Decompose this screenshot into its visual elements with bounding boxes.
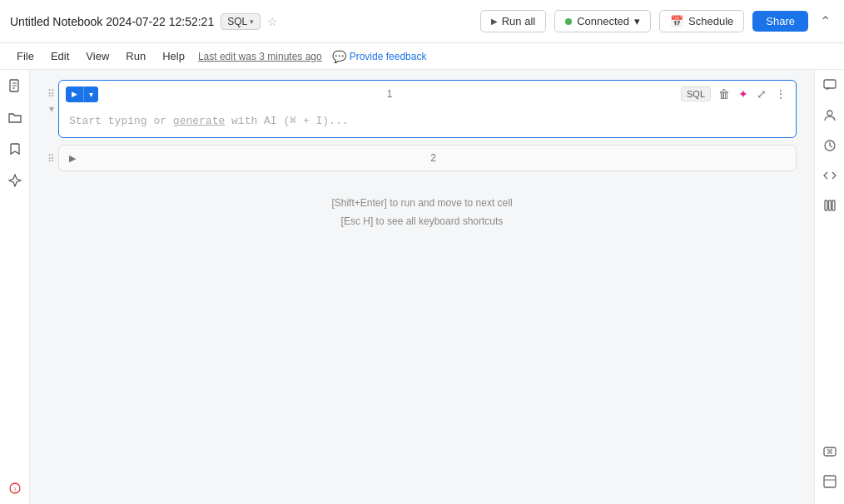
cell-2-number: 2 <box>81 152 786 164</box>
right-icon-library[interactable] <box>821 196 839 215</box>
cell-expand-button[interactable]: ⤢ <box>754 86 769 102</box>
schedule-button[interactable]: 📅 Schedule <box>659 10 744 32</box>
cell-1-number: 1 <box>103 88 676 100</box>
share-button[interactable]: Share <box>752 11 808 32</box>
cell-container: ⠿ ▾ ▶ ▾ 1 SQL <box>31 80 813 247</box>
run-btn-dropdown[interactable]: ▾ <box>84 86 98 102</box>
run-all-button[interactable]: ▶ Run all <box>480 10 546 32</box>
menu-file[interactable]: File <box>10 47 41 65</box>
sidebar-icon-folder[interactable] <box>6 108 24 126</box>
menu-run[interactable]: Run <box>119 47 152 65</box>
svg-rect-15 <box>824 476 836 487</box>
play-icon: ▶ <box>491 17 498 26</box>
notebook-area: ⠿ ▾ ▶ ▾ 1 SQL <box>30 70 814 504</box>
connected-button[interactable]: Connected ▾ <box>554 10 651 32</box>
cell-1-actions: 🗑 ✦ ⤢ ⋮ <box>716 86 789 102</box>
drag-handle-icon[interactable]: ⠿ <box>47 88 55 100</box>
feedback-icon: 💬 <box>332 50 346 63</box>
sidebar-icon-bookmark[interactable] <box>6 140 24 158</box>
cell-1-placeholder: Start typing or generate with AI (⌘ + I)… <box>69 115 349 127</box>
svg-rect-12 <box>832 200 835 210</box>
svg-rect-10 <box>825 200 827 210</box>
cell-more-button[interactable]: ⋮ <box>772 86 789 102</box>
connected-chevron-icon: ▾ <box>634 15 640 27</box>
right-icon-chat[interactable] <box>821 77 839 95</box>
title-bar: Untitled Notebook 2024-07-22 12:52:21 SQ… <box>0 0 844 43</box>
svg-rect-7 <box>824 80 836 88</box>
title-bar-actions: ▶ Run all Connected ▾ 📅 Schedule Share ⌃ <box>480 10 834 32</box>
sql-chevron-icon: ▾ <box>250 17 254 26</box>
sidebar-icon-ai[interactable] <box>6 171 24 190</box>
drag-handle-2-icon[interactable]: ⠿ <box>47 153 55 165</box>
hint-1: [Shift+Enter] to run and move to next ce… <box>64 195 780 213</box>
cell-ai-button[interactable]: ✦ <box>736 86 751 102</box>
right-icon-keyboard-shortcut[interactable]: ⌘ <box>821 442 839 461</box>
cell-1-type-badge: SQL <box>681 86 711 101</box>
menu-bar: File Edit View Run Help Last edit was 3 … <box>0 43 844 70</box>
right-sidebar: ⌘ <box>814 70 844 504</box>
menu-edit[interactable]: Edit <box>44 47 76 65</box>
cell-row-2: ⠿ ▶ 2 <box>47 145 797 171</box>
menu-view[interactable]: View <box>79 47 116 65</box>
last-edit-label[interactable]: Last edit was 3 minutes ago <box>198 51 322 62</box>
cell-row-1: ⠿ ▾ ▶ ▾ 1 SQL <box>47 80 797 138</box>
collapse-button[interactable]: ⌃ <box>817 12 834 31</box>
cell-2-header: ▶ 2 <box>59 146 796 170</box>
cell-1[interactable]: ▶ ▾ 1 SQL 🗑 ✦ ⤢ ⋮ <box>58 80 797 138</box>
cell-delete-button[interactable]: 🗑 <box>716 86 732 102</box>
svg-point-8 <box>827 111 832 116</box>
svg-marker-4 <box>9 175 21 186</box>
run-btn-group[interactable]: ▶ ▾ <box>66 86 98 102</box>
right-icon-history[interactable] <box>821 136 839 155</box>
svg-text:!: ! <box>13 486 15 493</box>
main-area: ! ⠿ ▾ ▶ ▾ <box>0 70 844 504</box>
hint-area: [Shift+Enter] to run and move to next ce… <box>47 178 797 247</box>
feedback-link[interactable]: 💬 Provide feedback <box>332 50 427 63</box>
hint-2: [Esc H] to see all keyboard shortcuts <box>64 213 780 231</box>
cell-2-play-icon[interactable]: ▶ <box>69 153 76 164</box>
sql-badge[interactable]: SQL ▾ <box>221 13 261 30</box>
cell-2[interactable]: ▶ 2 <box>58 145 797 171</box>
right-icon-code[interactable] <box>821 166 839 185</box>
cell-expand-icon[interactable]: ▾ <box>49 103 54 115</box>
sidebar-icon-notification[interactable]: ! <box>6 479 24 497</box>
right-icon-user[interactable] <box>821 106 839 125</box>
cell-1-header: ▶ ▾ 1 SQL 🗑 ✦ ⤢ ⋮ <box>59 81 796 107</box>
sql-label: SQL <box>227 16 247 27</box>
cell-1-body[interactable]: Start typing or generate with AI (⌘ + I)… <box>59 107 796 137</box>
svg-rect-11 <box>828 200 831 210</box>
generate-link[interactable]: generate <box>173 115 225 127</box>
star-icon[interactable]: ☆ <box>267 15 278 28</box>
right-icon-layout[interactable] <box>821 472 839 491</box>
cell-run-button[interactable]: ▶ <box>66 86 83 101</box>
notebook-title: Untitled Notebook 2024-07-22 12:52:21 <box>10 15 214 28</box>
menu-help[interactable]: Help <box>156 47 191 65</box>
left-sidebar: ! <box>0 70 30 504</box>
run-arrow-icon: ▶ <box>72 90 77 98</box>
cell-drag-2: ⠿ <box>47 145 55 165</box>
svg-text:⌘: ⌘ <box>827 448 833 456</box>
cell-drag-1: ⠿ ▾ <box>47 80 55 115</box>
connected-status-dot <box>565 18 572 25</box>
sidebar-icon-page[interactable] <box>6 77 24 95</box>
calendar-icon: 📅 <box>670 15 683 27</box>
